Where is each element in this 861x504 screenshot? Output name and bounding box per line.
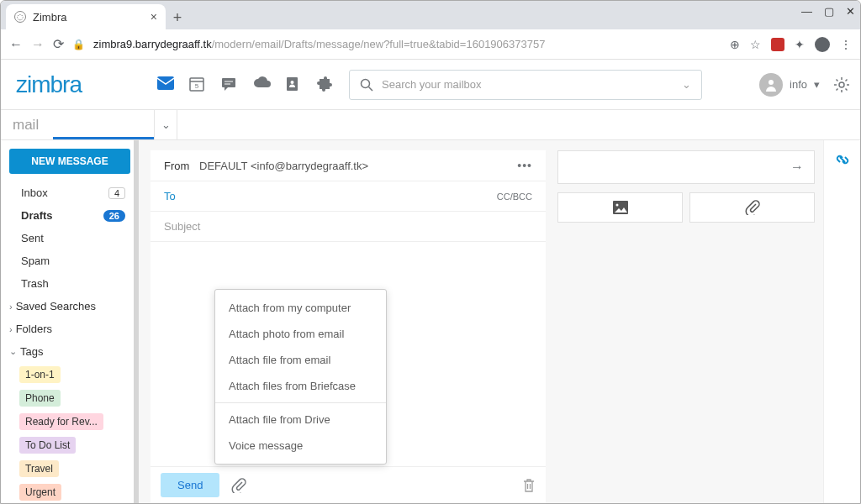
- zoom-plus-icon[interactable]: ⊕: [730, 38, 740, 51]
- search-icon: [360, 78, 373, 92]
- subject-input[interactable]: Subject: [151, 212, 546, 242]
- folder-spam[interactable]: Spam: [8, 250, 132, 271]
- new-tab-button[interactable]: +: [166, 6, 189, 29]
- tag-ready-review[interactable]: Ready for Rev...: [19, 413, 103, 430]
- search-placeholder: Search your mailbox: [382, 78, 482, 91]
- close-window-icon[interactable]: ✕: [846, 5, 855, 18]
- avatar-icon: [759, 73, 783, 97]
- contacts-icon[interactable]: [285, 76, 302, 93]
- chat-icon[interactable]: [221, 76, 238, 93]
- mail-tab-dropdown[interactable]: ⌄: [154, 110, 177, 139]
- user-menu[interactable]: info ▾: [759, 73, 820, 97]
- voice-message[interactable]: Voice message: [215, 433, 386, 459]
- window-controls: — ▢ ✕: [801, 5, 855, 18]
- menu-divider: [215, 402, 386, 403]
- browser-tab[interactable]: ◌ Zimbra ×: [6, 4, 166, 29]
- from-value[interactable]: DEFAULT <info@barrydegraaff.tk>: [199, 160, 368, 172]
- folder-label: Trash: [21, 277, 49, 290]
- inbox-count: 4: [108, 187, 125, 199]
- mail-label[interactable]: mail: [1, 110, 53, 139]
- folder-label: Folders: [16, 323, 52, 335]
- reload-icon[interactable]: ⟳: [53, 36, 64, 52]
- chevron-down-icon[interactable]: ⌄: [682, 78, 691, 91]
- back-icon[interactable]: ←: [9, 37, 23, 52]
- mail-icon[interactable]: [157, 76, 174, 93]
- tag-phone[interactable]: Phone: [19, 390, 61, 407]
- cloud-icon[interactable]: [253, 76, 270, 93]
- send-button[interactable]: Send: [161, 473, 219, 497]
- attach-button[interactable]: [224, 475, 253, 496]
- url-host: zimbra9.barrydegraaff.tk: [93, 38, 212, 50]
- right-search-input[interactable]: →: [557, 150, 815, 184]
- folder-saved-searches[interactable]: ›Saved Searches: [8, 296, 132, 317]
- attach-file-from-drive[interactable]: Attach file from Drive: [215, 407, 386, 433]
- close-icon[interactable]: ×: [151, 10, 157, 24]
- mail-active-tab[interactable]: [53, 110, 154, 139]
- to-row[interactable]: To CC/BCC: [151, 181, 546, 212]
- ccbcc-toggle[interactable]: CC/BCC: [497, 192, 532, 202]
- folder-label: Spam: [21, 255, 50, 267]
- arrow-right-icon[interactable]: →: [780, 160, 814, 175]
- insert-attachment-button[interactable]: [689, 192, 815, 223]
- svg-rect-0: [157, 76, 174, 90]
- compose-footer: Send: [151, 466, 546, 503]
- folder-label: Saved Searches: [16, 300, 96, 312]
- url-field[interactable]: zimbra9.barrydegraaff.tk/modern/email/Dr…: [93, 38, 721, 50]
- attach-file-from-email[interactable]: Attach file from email: [215, 347, 386, 373]
- folder-sent[interactable]: Sent: [8, 228, 132, 249]
- chevron-right-icon: ›: [9, 324, 13, 334]
- browser-titlebar: ◌ Zimbra × + — ▢ ✕: [1, 1, 860, 29]
- discard-button[interactable]: [522, 478, 536, 493]
- mail-tabs-bar: mail ⌄: [1, 110, 860, 140]
- attach-files-briefcase[interactable]: Attach files from Briefcase: [215, 373, 386, 399]
- sidebar: NEW MESSAGE Inbox 4 Drafts 26 Sent Spam …: [1, 140, 139, 503]
- folder-inbox[interactable]: Inbox 4: [8, 182, 132, 203]
- lock-icon[interactable]: 🔒: [72, 39, 85, 50]
- app-header: zimbra 5 Search you: [1, 60, 860, 110]
- link-chain-icon[interactable]: [833, 150, 852, 169]
- folder-tags[interactable]: ⌄Tags: [8, 341, 132, 362]
- folder-folders[interactable]: ›Folders: [8, 318, 132, 339]
- svg-rect-4: [222, 78, 235, 87]
- tag-todo[interactable]: To Do List: [19, 437, 76, 454]
- star-icon[interactable]: ☆: [750, 38, 761, 51]
- tab-title: Zimbra: [33, 11, 66, 24]
- user-label: info: [790, 78, 807, 91]
- new-message-button[interactable]: NEW MESSAGE: [9, 149, 130, 174]
- to-label[interactable]: To: [164, 190, 199, 202]
- far-right-bar: [823, 140, 860, 503]
- search-input[interactable]: Search your mailbox ⌄: [349, 70, 702, 100]
- right-pane: →: [546, 140, 823, 503]
- caret-down-icon: ▾: [814, 78, 820, 91]
- drafts-count: 26: [103, 210, 125, 222]
- attach-from-computer[interactable]: Attach from my computer: [215, 295, 386, 321]
- profile-icon[interactable]: [815, 37, 830, 52]
- folder-trash[interactable]: Trash: [8, 273, 132, 294]
- chevron-down-icon: ⌄: [9, 346, 17, 357]
- ublock-icon[interactable]: [771, 38, 784, 51]
- folder-drafts[interactable]: Drafts 26: [8, 205, 132, 226]
- svg-text:5: 5: [195, 82, 199, 90]
- minimize-icon[interactable]: —: [801, 5, 812, 18]
- url-path: /modern/email/Drafts/message/new?full=tr…: [212, 38, 546, 50]
- svg-line-10: [369, 87, 373, 91]
- puzzle-icon[interactable]: [317, 76, 334, 93]
- folder-label: Inbox: [21, 186, 48, 199]
- kebab-menu-icon[interactable]: ⋮: [840, 38, 852, 51]
- gear-icon[interactable]: [833, 76, 850, 93]
- extensions-icon[interactable]: ✦: [795, 38, 805, 51]
- compose-body[interactable]: Attach from my computer Attach photo fro…: [151, 242, 546, 466]
- maximize-icon[interactable]: ▢: [824, 5, 834, 18]
- attach-photo-from-email[interactable]: Attach photo from email: [215, 321, 386, 347]
- calendar-icon[interactable]: 5: [189, 76, 206, 93]
- compose-more-menu-icon[interactable]: •••: [517, 159, 532, 172]
- tag-travel[interactable]: Travel: [19, 460, 59, 477]
- from-label: From: [164, 160, 199, 172]
- folder-label: Drafts: [21, 209, 53, 222]
- tag-urgent[interactable]: Urgent: [19, 484, 61, 501]
- tag-1on1[interactable]: 1-on-1: [19, 366, 61, 383]
- attach-menu: Attach from my computer Attach photo fro…: [214, 289, 387, 465]
- zimbra-logo[interactable]: zimbra: [16, 71, 82, 98]
- insert-image-button[interactable]: [557, 192, 683, 223]
- chevron-right-icon: ›: [9, 302, 13, 312]
